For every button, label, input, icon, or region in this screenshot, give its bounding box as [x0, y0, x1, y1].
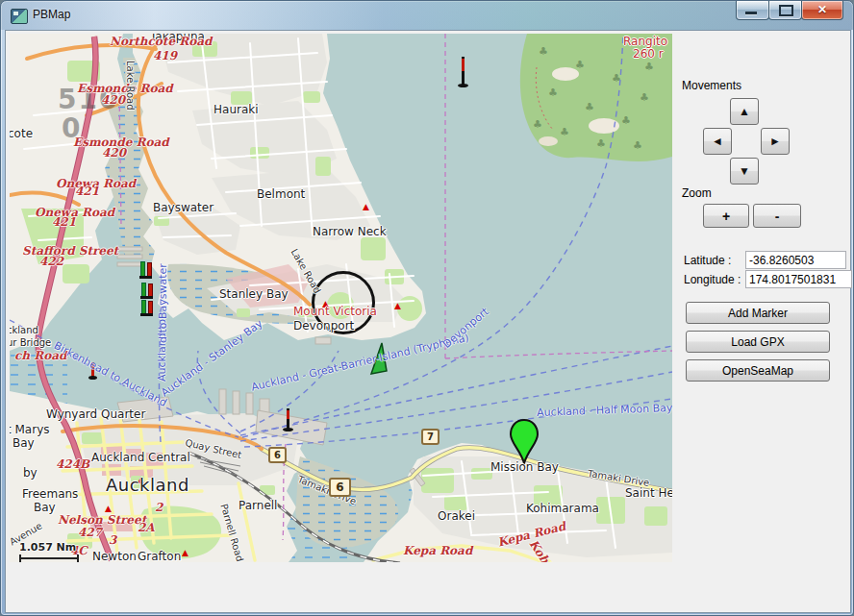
zoom-label: Zoom	[682, 186, 712, 200]
yacht-seamark-icon	[369, 341, 390, 376]
load-gpx-button[interactable]: Load GPX	[686, 331, 830, 353]
titlebar[interactable]: PBMap	[1, 1, 853, 30]
move-up-button[interactable]: ▲	[730, 98, 759, 125]
add-marker-button[interactable]: Add Marker	[686, 302, 830, 324]
minimize-button[interactable]	[736, 1, 769, 20]
latitude-input[interactable]	[745, 251, 846, 269]
left-arrow-icon: ◄	[712, 135, 723, 148]
longitude-label: Longitude :	[684, 273, 741, 286]
close-button[interactable]: ✕	[801, 1, 843, 20]
app-icon	[11, 9, 28, 24]
close-icon: ✕	[802, 3, 842, 16]
latitude-label: Latitude :	[684, 254, 731, 267]
move-right-button[interactable]: ►	[761, 128, 790, 155]
map-canvas[interactable]: ▲ ▲ ▲ ▲ ▲ ▲ ♣ ♣ ♣ ♣ ♣ ♣ ♣ ♣ ♣ ♣ ♣ ♣ 510 …	[10, 34, 672, 562]
client-area: ▲ ▲ ▲ ▲ ▲ ▲ ♣ ♣ ♣ ♣ ♣ ♣ ♣ ♣ ♣ ♣ ♣ ♣ 510 …	[5, 30, 851, 613]
pbmap-window: PBMap ✕	[0, 0, 854, 616]
openseamap-button[interactable]: OpenSeaMap	[686, 359, 830, 382]
zoom-in-button[interactable]: +	[703, 204, 749, 228]
movements-label: Movements	[682, 79, 741, 92]
maximize-icon	[779, 5, 793, 16]
window-title: PBMap	[33, 8, 70, 21]
circle-annotation	[312, 271, 375, 334]
up-arrow-icon: ▲	[739, 105, 750, 118]
down-arrow-icon: ▼	[739, 164, 750, 178]
window-controls: ✕	[737, 1, 843, 20]
minimize-icon	[745, 12, 757, 14]
maximize-button[interactable]	[768, 1, 802, 20]
longitude-input[interactable]	[745, 270, 852, 288]
move-left-button[interactable]: ◄	[703, 128, 732, 155]
scale-bar	[19, 557, 79, 559]
screen: PBMap ✕	[0, 0, 854, 616]
scale-label: 1.057 Nm	[19, 541, 76, 554]
green-pin-marker[interactable]	[509, 418, 540, 466]
move-down-button[interactable]: ▼	[730, 158, 759, 185]
right-arrow-icon: ►	[769, 135, 781, 148]
zoom-out-button[interactable]: -	[753, 204, 801, 228]
